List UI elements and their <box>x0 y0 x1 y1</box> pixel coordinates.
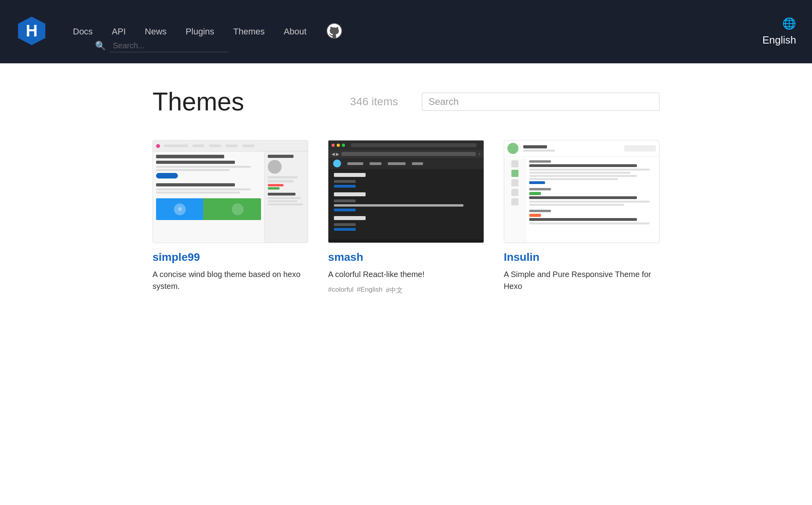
theme-tag: #English <box>357 286 383 295</box>
themes-search-input[interactable] <box>429 96 653 107</box>
nav-plugins[interactable]: Plugins <box>176 23 224 40</box>
themes-search-wrapper <box>422 93 660 111</box>
theme-thumbnail-insulin <box>504 140 660 243</box>
theme-name-insulin[interactable]: Insulin <box>504 251 660 264</box>
nav-about[interactable]: About <box>274 23 316 40</box>
theme-name-smash[interactable]: smash <box>328 251 484 264</box>
main-content: Themes 346 items <box>129 63 683 329</box>
theme-desc-insulin: A Simple and Pure Responsive Theme for H… <box>504 268 660 292</box>
theme-card-smash[interactable]: ◀ ▶ ↑ <box>328 140 484 298</box>
search-icon: 🔍 <box>95 41 106 51</box>
themes-header: Themes 346 items <box>152 87 660 116</box>
theme-tag: #中文 <box>386 286 403 295</box>
theme-desc-simple99: A concise wind blog theme based on hexo … <box>152 268 308 292</box>
github-icon[interactable] <box>322 22 343 41</box>
themes-grid: ⚛ <box>152 140 660 298</box>
theme-card-simple99[interactable]: ⚛ <box>152 140 308 298</box>
theme-desc-smash: A colorful React-like theme! <box>328 268 484 280</box>
theme-thumbnail-smash: ◀ ▶ ↑ <box>328 140 484 243</box>
svg-text:H: H <box>26 21 38 40</box>
page-title: Themes <box>152 87 244 116</box>
nav-api[interactable]: API <box>102 23 135 40</box>
theme-tags-smash: #colorful #English #中文 <box>328 286 484 295</box>
nav-docs[interactable]: Docs <box>63 23 102 40</box>
header-search-row: 🔍 <box>95 40 229 52</box>
header-search-input[interactable] <box>110 40 229 52</box>
site-header: H Docs API News Plugins Themes About 🔍 🌐… <box>0 0 812 63</box>
theme-name-simple99[interactable]: simple99 <box>152 251 308 264</box>
logo[interactable]: H <box>16 15 63 48</box>
nav-themes[interactable]: Themes <box>224 23 274 40</box>
theme-card-insulin[interactable]: Insulin A Simple and Pure Responsive The… <box>504 140 660 298</box>
items-count: 346 items <box>350 95 398 108</box>
language-selector[interactable]: English <box>762 34 796 46</box>
globe-icon[interactable]: 🌐 <box>782 17 796 30</box>
header-right: 🌐 English <box>762 17 796 46</box>
main-nav: Docs API News Plugins Themes About <box>63 22 762 41</box>
nav-news[interactable]: News <box>135 23 176 40</box>
theme-tag: #colorful <box>328 286 353 295</box>
theme-thumbnail-simple99: ⚛ <box>152 140 308 243</box>
